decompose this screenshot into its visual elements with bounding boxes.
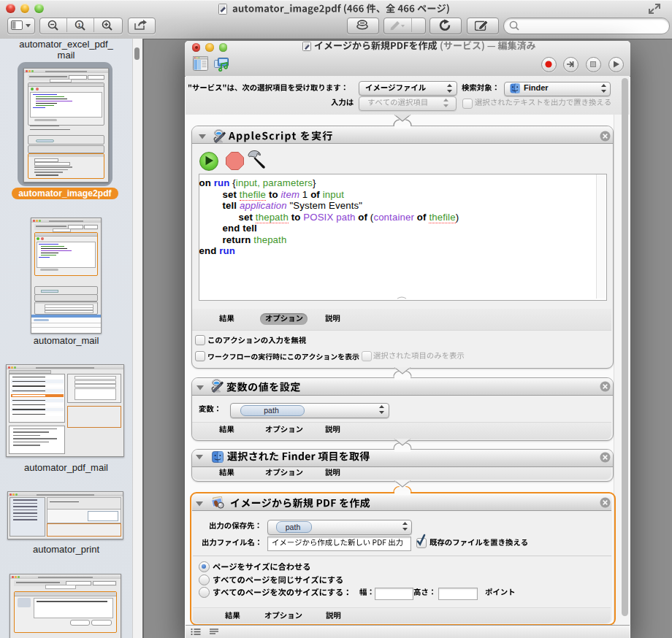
- svg-text:1: 1: [77, 22, 81, 28]
